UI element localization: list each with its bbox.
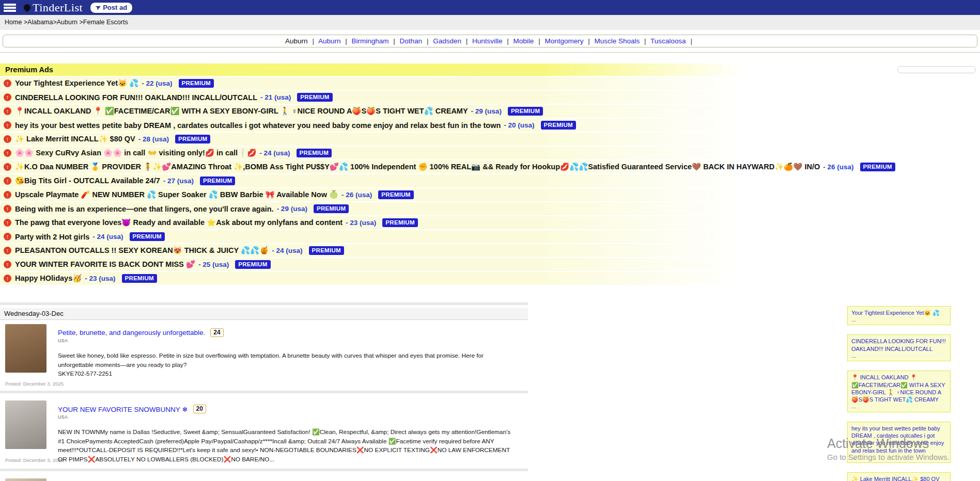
premium-ad-row[interactable]: ↑ Being with me is an experience—one tha… [0, 202, 980, 215]
menu-icon[interactable] [3, 3, 17, 13]
premium-ad-row[interactable]: ↑ Party with 2 Hot girls - 24 (usa) PREM… [0, 230, 980, 243]
up-arrow-icon: ↑ [4, 233, 11, 241]
premium-badge: PREMIUM [378, 190, 413, 199]
listing-age-badge: 20 [193, 405, 206, 413]
premium-ad-age-link[interactable]: - 26 (usa) [341, 191, 372, 199]
paper-plane-icon: ➤ [95, 3, 102, 12]
city-link[interactable]: Dothan [400, 37, 423, 45]
sidebar-ad-ellipsis: ... [851, 454, 946, 461]
listing-body: Petite, brunette, and dangerously unforg… [58, 324, 512, 387]
top-right-box[interactable] [897, 66, 976, 73]
premium-badge: PREMIUM [235, 260, 270, 269]
premium-ad-title[interactable]: ✨ Lake Merritt INCALL✨ $80 QV [15, 135, 135, 143]
sidebar-ad[interactable]: Your Tightest Experience Yet🐱 💦 ... [847, 306, 951, 325]
sidebar-ad[interactable]: 📍 INCALL OAKLAND 📍 ✅FACETIME/CAR✅ WITH A… [847, 371, 951, 412]
premium-ad-row[interactable]: ↑ Your Tightest Experience Yet🐱 💦 - 22 (… [0, 77, 980, 90]
city-link[interactable]: Muscle Shoals [595, 37, 640, 45]
city-link[interactable]: Mobile [514, 37, 534, 45]
listing-title-link[interactable]: YOUR NEW FAVORITE SNOWBUNNY ❄ [58, 405, 188, 413]
premium-ad-row[interactable]: ↑ 🌸🌸 Sexy CuRvy Asian 🌸🌸 in call 👐 visit… [0, 147, 980, 159]
premium-ad-row[interactable]: ↑ The pawg that everyone loves😈 Ready an… [0, 216, 980, 229]
sidebar-ad[interactable]: ✨ Lake Merritt INCALL✨ $80 QV ... [847, 472, 951, 481]
up-arrow-icon: ↑ [4, 163, 11, 171]
premium-ad-age-link[interactable]: - 27 (usa) [163, 177, 194, 185]
listing-card[interactable]: Posted: December 3, 2025 Petite, brunett… [0, 320, 528, 388]
breadcrumb[interactable]: Home >Alabama>Auburn >Female Escorts [0, 15, 980, 30]
premium-ad-age-link[interactable]: - 24 (usa) [92, 233, 123, 241]
premium-badge: PREMIUM [122, 274, 157, 283]
premium-ad-row[interactable]: ↑ Happy HOlidays🥳 - 23 (usa) PREMIUM [0, 272, 980, 285]
breadcrumb-text: Home >Alabama>Auburn >Female Escorts [5, 19, 128, 26]
premium-ad-title[interactable]: 📍INCALL OAKLAND 📍 ✅FACETIME/CAR✅ WITH A … [15, 107, 468, 116]
premium-ad-row[interactable]: ↑ ✨K.O Daa NUMBER 🥇 PROVIDER 🧍✨💕AMAZING … [0, 161, 980, 173]
premium-ad-age-link[interactable]: - 20 (usa) [504, 121, 534, 129]
listing-photo[interactable] [5, 324, 46, 373]
city-link[interactable]: Gadsden [433, 37, 461, 45]
premium-ad-row[interactable]: ↑ PLEASANTON OUTCALLS !! SEXY KOREAN😻 TH… [0, 244, 980, 257]
city-link[interactable]: Birmingham [352, 37, 389, 45]
premium-ad-age-link[interactable]: - 29 (usa) [471, 107, 502, 115]
premium-ad-age-link[interactable]: - 28 (usa) [138, 135, 169, 143]
site-logo[interactable]: TinderList [24, 1, 83, 14]
premium-ad-age-link[interactable]: - 21 (usa) [260, 93, 291, 101]
up-arrow-icon: ↑ [4, 261, 11, 268]
premium-ad-title[interactable]: Your Tightest Experience Yet🐱 💦 [15, 79, 138, 88]
premium-ad-row[interactable]: ↑ 📍INCALL OAKLAND 📍 ✅FACETIME/CAR✅ WITH … [0, 105, 980, 118]
listings-section: Wednesday-03-Dec Posted: December 3, 202… [0, 302, 528, 481]
listing-photo[interactable] [5, 400, 46, 449]
city-divider: | [312, 37, 314, 45]
premium-ad-title[interactable]: CINDERELLA LOOKING FOR FUN!!! OAKLAND!!!… [15, 93, 257, 102]
premium-ad-age-link[interactable]: - 24 (usa) [272, 247, 302, 254]
city-divider: | [393, 37, 395, 45]
listing-card[interactable]: Posted: December 3, 2025 YOUR NEW FAVORI… [0, 396, 528, 466]
premium-ad-title[interactable]: Being with me is an experience—one that … [15, 205, 274, 213]
premium-ad-age-link[interactable]: - 23 (usa) [85, 275, 115, 282]
premium-ad-row[interactable]: ↑ CINDERELLA LOOKING FOR FUN!!! OAKLAND!… [0, 91, 980, 104]
up-arrow-icon: ↑ [4, 219, 11, 227]
city-link[interactable]: Huntsville [472, 37, 503, 45]
sidebar-ad-link[interactable]: 📍 INCALL OAKLAND 📍 ✅FACETIME/CAR✅ WITH A… [851, 374, 946, 403]
city-link[interactable]: Tuscaloosa [650, 37, 686, 45]
premium-ad-row[interactable]: ↑ YOUR WINTER FAVORITE IS BACK DONT MISS… [0, 258, 980, 271]
post-ad-button[interactable]: ➤ Post ad [90, 2, 133, 13]
premium-ad-row[interactable]: ↑ Upscale Playmate 🧨 NEW NUMBER 💦 Super … [0, 188, 980, 201]
premium-ad-row[interactable]: ↑ hey its your best wettes petite baby D… [0, 119, 980, 132]
sidebar-ad[interactable]: CINDERELLA LOOKING FOR FUN!!! OAKLAND!!!… [847, 334, 951, 361]
sidebar-ad-link[interactable]: hey its your best wettes petite baby DRE… [851, 425, 946, 454]
sidebar-ad-link[interactable]: ✨ Lake Merritt INCALL✨ $80 QV [851, 475, 946, 481]
premium-ad-age-link[interactable]: - 25 (usa) [198, 261, 229, 268]
premium-ad-row[interactable]: ↑ ✨ Lake Merritt INCALL✨ $80 QV - 28 (us… [0, 133, 980, 146]
premium-ad-title[interactable]: YOUR WINTER FAVORITE IS BACK DONT MISS 💕 [15, 260, 195, 269]
premium-ad-title[interactable]: Happy HOlidays🥳 [15, 274, 82, 283]
premium-ad-age-link[interactable]: - 24 (usa) [259, 149, 290, 157]
listing-title-link[interactable]: Petite, brunette, and dangerously unforg… [58, 329, 205, 336]
listing-photo[interactable] [5, 478, 46, 481]
premium-ad-title[interactable]: 🌸🌸 Sexy CuRvy Asian 🌸🌸 in call 👐 visitin… [15, 149, 256, 157]
premium-ad-age-link[interactable]: - 23 (usa) [346, 219, 376, 227]
premium-ad-age-link[interactable]: - 22 (usa) [142, 79, 172, 87]
premium-ad-title[interactable]: Upscale Playmate 🧨 NEW NUMBER 💦 Super So… [15, 190, 338, 199]
date-header: Wednesday-03-Dec [0, 308, 528, 320]
premium-badge: PREMIUM [179, 79, 214, 88]
premium-ad-title[interactable]: Party with 2 Hot girls [15, 233, 89, 241]
up-arrow-icon: ↑ [4, 93, 11, 101]
premium-title: Premium Ads [5, 66, 53, 74]
premium-ad-age-link[interactable]: - 26 (usa) [823, 163, 853, 171]
premium-ad-title[interactable]: 😘Big Tits Girl - OUTCALL Available 24/7 [15, 177, 160, 185]
premium-ad-title[interactable]: ✨K.O Daa NUMBER 🥇 PROVIDER 🧍✨💕AMAZING Th… [15, 163, 820, 171]
flame-icon [22, 3, 32, 12]
sidebar-ad-link[interactable]: Your Tightest Experience Yet🐱 💦 [851, 309, 946, 316]
premium-ad-title[interactable]: The pawg that everyone loves😈 Ready and … [15, 218, 343, 227]
premium-ad-age-link[interactable]: - 29 (usa) [277, 205, 307, 213]
premium-ad-row[interactable]: ↑ 😘Big Tits Girl - OUTCALL Available 24/… [0, 174, 980, 187]
listing-card[interactable]: Posted: December 3, 2025 "Don't stare to… [0, 474, 528, 481]
listing-age-badge: 24 [210, 328, 223, 337]
premium-ad-title[interactable]: PLEASANTON OUTCALLS !! SEXY KOREAN😻 THIC… [15, 246, 269, 255]
city-link[interactable]: Montgomery [545, 37, 583, 45]
sidebar-ad[interactable]: hey its your best wettes petite baby DRE… [847, 422, 951, 463]
listing-description: NEW IN TOWNMy name is Dallas !Seductive,… [58, 428, 512, 464]
premium-ad-title[interactable]: hey its your best wettes petite baby DRE… [15, 121, 501, 130]
sidebar-ad-link[interactable]: CINDERELLA LOOKING FOR FUN!!! OAKLAND!!!… [851, 338, 946, 352]
city-link[interactable]: Auburn [318, 37, 341, 45]
up-arrow-icon: ↑ [4, 191, 11, 199]
